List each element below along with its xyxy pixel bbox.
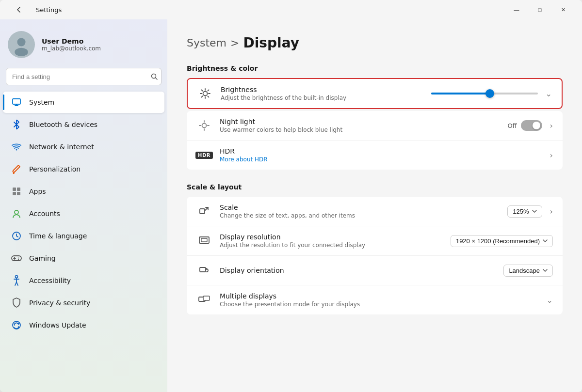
window-controls: — □ ✕ [505, 2, 574, 17]
accessibility-icon [11, 275, 22, 286]
brightness-row[interactable]: Brightness Adjust the brightness of the … [188, 79, 562, 108]
sidebar-item-network[interactable]: Network & internet [3, 136, 164, 157]
user-info: User Demo m_lab@outlook.com [42, 37, 101, 52]
svg-rect-44 [203, 296, 210, 300]
svg-point-20 [16, 276, 18, 278]
sidebar-item-privacy[interactable]: Privacy & security [3, 292, 164, 314]
sidebar-item-update[interactable]: Windows Update [3, 314, 164, 336]
svg-rect-12 [17, 192, 20, 195]
brightness-slider-thumb[interactable] [485, 89, 494, 98]
svg-rect-40 [201, 238, 207, 242]
svg-point-23 [13, 321, 20, 329]
brightness-desc: Adjust the brightness of the built-in di… [221, 94, 423, 101]
orientation-row[interactable]: Display orientation Landscape [187, 256, 563, 285]
brush-icon [11, 163, 22, 175]
svg-rect-42 [200, 267, 206, 272]
svg-point-18 [18, 258, 19, 259]
sidebar-item-label: Accessibility [29, 277, 71, 284]
time-icon [11, 230, 22, 242]
brightness-chevron: ⌄ [546, 89, 552, 98]
scale-dropdown[interactable]: 125% [507, 205, 542, 218]
back-button[interactable] [8, 2, 30, 17]
nightlight-toggle-label: Off [507, 122, 517, 129]
svg-rect-38 [200, 209, 205, 214]
user-section: User Demo m_lab@outlook.com [0, 19, 167, 66]
brightness-slider-track[interactable] [431, 93, 538, 94]
hdr-icon: HDR [196, 147, 212, 163]
svg-point-13 [15, 210, 18, 214]
privacy-icon [11, 297, 22, 309]
sidebar-item-label: Apps [29, 188, 46, 195]
sidebar-item-label: Time & language [29, 232, 87, 240]
nightlight-toggle-thumb [533, 122, 540, 129]
nightlight-text: Night light Use warmer colors to help bl… [220, 118, 500, 133]
nightlight-icon [196, 118, 212, 133]
svg-rect-10 [17, 188, 20, 191]
hdr-row[interactable]: HDR HDR More about HDR › [187, 141, 563, 170]
brightness-icon [197, 86, 213, 101]
sidebar-item-accessibility[interactable]: Accessibility [3, 270, 164, 291]
window-title: Settings [36, 6, 62, 14]
breadcrumb-current: Display [243, 35, 299, 51]
brightness-text: Brightness Adjust the brightness of the … [221, 86, 423, 101]
sidebar-item-label: Network & internet [29, 143, 94, 151]
scale-section-title: Scale & layout [187, 181, 563, 193]
hdr-chevron: › [550, 151, 553, 160]
svg-rect-9 [13, 188, 16, 191]
resolution-row[interactable]: Display resolution Adjust the resolution… [187, 226, 563, 256]
titlebar: Settings — □ ✕ [0, 0, 582, 19]
scale-row[interactable]: Scale Change the size of text, apps, and… [187, 197, 563, 226]
scale-control: 125% [507, 205, 542, 218]
sidebar-item-label: System [29, 98, 54, 106]
orientation-icon [196, 263, 212, 278]
sidebar-item-personalization[interactable]: Personalization [3, 158, 164, 180]
hdr-text: HDR More about HDR [220, 147, 542, 163]
svg-point-8 [16, 149, 17, 151]
breadcrumb: System > Display [187, 35, 563, 51]
orientation-dropdown[interactable]: Landscape [503, 265, 553, 277]
resolution-title: Display resolution [220, 233, 443, 241]
user-name: User Demo [42, 37, 101, 45]
search-input[interactable] [6, 68, 162, 85]
content-area: User Demo m_lab@outlook.com [0, 19, 582, 392]
resolution-desc: Adjust the resolution to fit your connec… [220, 242, 443, 249]
svg-point-19 [18, 259, 19, 260]
sidebar-item-label: Bluetooth & devices [29, 121, 97, 128]
sidebar-item-apps[interactable]: Apps [3, 181, 164, 202]
settings-window: Settings — □ ✕ User Demo m_l [0, 0, 582, 392]
user-email: m_lab@outlook.com [42, 45, 101, 52]
multiple-displays-row[interactable]: Multiple displays Choose the presentatio… [187, 285, 563, 314]
sidebar: User Demo m_lab@outlook.com [0, 19, 167, 392]
minimize-button[interactable]: — [505, 2, 528, 17]
sidebar-item-time[interactable]: Time & language [3, 225, 164, 247]
resolution-icon [196, 233, 212, 249]
scale-desc: Change the size of text, apps, and other… [220, 212, 500, 219]
sidebar-item-label: Accounts [29, 210, 60, 218]
sidebar-item-system[interactable]: System [3, 92, 164, 113]
resolution-text: Display resolution Adjust the resolution… [220, 233, 443, 249]
hdr-link[interactable]: More about HDR [220, 156, 268, 163]
sidebar-item-bluetooth[interactable]: Bluetooth & devices [3, 114, 164, 135]
multiple-displays-title: Multiple displays [220, 292, 539, 300]
svg-rect-39 [199, 237, 209, 243]
sidebar-item-accounts[interactable]: Accounts [3, 203, 164, 224]
nightlight-row[interactable]: Night light Use warmer colors to help bl… [187, 111, 563, 141]
svg-point-33 [202, 124, 207, 128]
titlebar-left: Settings [8, 2, 62, 17]
search-button[interactable] [151, 73, 158, 80]
orientation-text: Display orientation [220, 267, 496, 274]
update-icon [11, 319, 22, 331]
nightlight-chevron: › [550, 121, 553, 130]
nightlight-toggle[interactable] [521, 120, 542, 131]
scale-layout-card: Scale Change the size of text, apps, and… [187, 197, 563, 314]
multiple-displays-desc: Choose the presentation mode for your di… [220, 301, 539, 308]
brightness-slider-fill [431, 93, 490, 94]
scale-icon [196, 204, 212, 219]
hdr-title: HDR [220, 147, 542, 155]
close-button[interactable]: ✕ [552, 2, 574, 17]
maximize-button[interactable]: □ [529, 2, 551, 17]
resolution-dropdown[interactable]: 1920 × 1200 (Recommended) [451, 235, 553, 247]
monitor-icon [11, 96, 22, 108]
sidebar-item-gaming[interactable]: Gaming [3, 248, 164, 269]
brightness-slider-control [431, 93, 538, 94]
